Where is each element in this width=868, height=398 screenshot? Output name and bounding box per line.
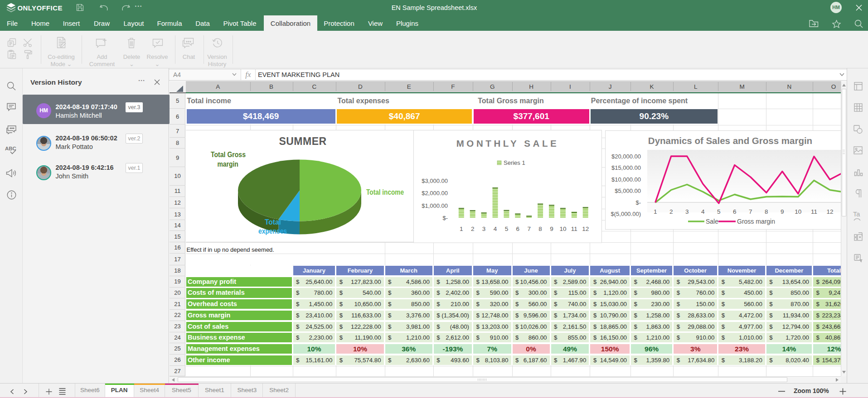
svg-text:Total Gross: Total Gross — [211, 150, 246, 158]
svg-text:$5,000.00: $5,000.00 — [615, 187, 641, 194]
svg-text:MONTHLY SALE: MONTHLY SALE — [456, 138, 559, 149]
svg-text:$2,000.00: $2,000.00 — [422, 190, 448, 197]
svg-text:SUMMER: SUMMER — [279, 135, 326, 147]
svg-text:4: 4 — [701, 208, 705, 215]
svg-text:11: 11 — [571, 225, 577, 232]
svg-text:$1,000.00: $1,000.00 — [422, 202, 448, 209]
svg-text:7: 7 — [527, 225, 531, 232]
svg-text:Sale: Sale — [706, 218, 718, 225]
svg-text:$20,000.00: $20,000.00 — [611, 153, 641, 160]
svg-text:5: 5 — [505, 225, 509, 232]
svg-text:12: 12 — [582, 225, 589, 232]
svg-text:Series 1: Series 1 — [504, 159, 525, 166]
svg-text:4: 4 — [494, 225, 497, 232]
svg-text:Dynamics of Sales and Gross ma: Dynamics of Sales and Gross margin — [648, 135, 812, 146]
svg-text:$10,000.00: $10,000.00 — [611, 176, 641, 183]
svg-text:2: 2 — [471, 225, 475, 232]
svg-text:Gross margin: Gross margin — [737, 218, 775, 225]
svg-text:3: 3 — [685, 208, 689, 215]
svg-text:9: 9 — [781, 208, 784, 215]
svg-text:8: 8 — [765, 208, 768, 215]
svg-text:2: 2 — [669, 208, 673, 215]
svg-text:Total income: Total income — [366, 187, 404, 196]
svg-text:$-: $- — [442, 215, 448, 221]
svg-text:expenses: expenses — [258, 226, 287, 235]
svg-text:1: 1 — [460, 225, 463, 232]
svg-text:$(5,000.00): $(5,000.00) — [611, 211, 641, 217]
svg-text:$3,000.00: $3,000.00 — [422, 177, 448, 184]
svg-text:6: 6 — [516, 225, 520, 232]
svg-text:7: 7 — [749, 208, 752, 215]
svg-text:$15,000.00: $15,000.00 — [611, 164, 641, 171]
svg-text:6: 6 — [733, 208, 737, 215]
svg-text:10: 10 — [795, 208, 801, 215]
svg-text:9: 9 — [550, 225, 553, 232]
svg-text:1: 1 — [654, 208, 657, 215]
svg-text:3: 3 — [482, 225, 486, 232]
svg-text:11: 11 — [811, 208, 817, 215]
svg-text:5: 5 — [717, 208, 721, 215]
svg-text:10: 10 — [559, 225, 566, 232]
svg-text:8: 8 — [538, 225, 542, 232]
svg-text:12: 12 — [826, 208, 833, 215]
svg-text:Total: Total — [265, 217, 281, 225]
svg-text:$-: $- — [635, 199, 641, 206]
svg-text:margin: margin — [217, 160, 238, 168]
